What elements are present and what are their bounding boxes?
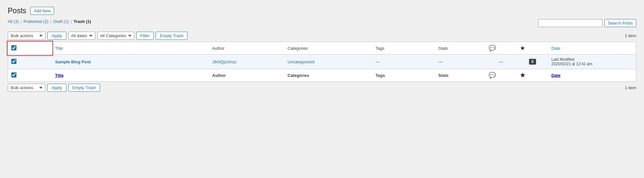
tfoot-categories: Categories [284, 69, 372, 82]
row-categories-cell: Uncategorized [284, 55, 372, 69]
row-date-value: 2020/02/21 at 12:41 am [552, 62, 633, 66]
row-star-cell: 0 [517, 55, 548, 69]
comment-column-icon: 💬 [489, 45, 496, 51]
top-items-count: 1 item [625, 33, 636, 38]
filter-all-link[interactable]: All (3) [8, 19, 19, 24]
tfoot-author: Author [209, 69, 284, 82]
bottom-tablenav: Bulk actions Edit Move to Trash Apply Em… [8, 84, 636, 92]
tfoot-comment-icon: 💬 [489, 72, 496, 79]
th-comments: 💬 [485, 42, 517, 55]
star-column-icon: ★ [520, 45, 525, 51]
top-apply-button[interactable]: Apply [47, 32, 66, 40]
row-comments-cell: — [485, 55, 517, 69]
row-tags-value: — [376, 59, 380, 64]
table-body: Sample Blog Post J6r0QpUmsz Uncategorize… [8, 55, 636, 69]
tfoot-checkbox [8, 69, 52, 82]
separator-1: | [21, 19, 22, 24]
bottom-empty-trash-button[interactable]: Empty Trash [68, 84, 100, 92]
select-all-checkbox-bottom[interactable] [11, 72, 16, 78]
row-author-cell: J6r0QpUmsz [209, 55, 284, 69]
row-author-link[interactable]: J6r0QpUmsz [212, 59, 237, 64]
top-tablenav-left: Bulk actions Edit Move to Trash Apply Al… [8, 32, 187, 40]
filter-trash-link: Trash (1) [73, 19, 91, 24]
tfoot-title: Title [52, 69, 209, 82]
th-title: Title [52, 42, 209, 55]
row-date-label: Last Modified [552, 57, 633, 62]
row-date-cell: Last Modified 2020/02/21 at 12:41 am [548, 55, 636, 69]
bottom-items-count-area: 1 item [625, 85, 636, 90]
top-bulk-actions-select[interactable]: Bulk actions Edit Move to Trash [8, 32, 45, 40]
tfoot-comments: 💬 [485, 69, 517, 82]
tfoot-date-link[interactable]: Date [552, 73, 561, 78]
table-header-row: Title Author Categories Tags Stats 💬 ★ [8, 42, 636, 55]
search-area: Search Posts [538, 19, 636, 27]
posts-table: Title Author Categories Tags Stats 💬 ★ [8, 42, 636, 82]
filter-draft-link[interactable]: Draft (1) [53, 19, 69, 24]
tfoot-title-link[interactable]: Title [55, 73, 64, 78]
row-stats-cell: — [435, 55, 485, 69]
row-comments-value: — [499, 59, 503, 64]
add-new-button[interactable]: Add New [30, 7, 54, 15]
tfoot-stats: Stats [435, 69, 485, 82]
th-author: Author [209, 42, 284, 55]
top-categories-select[interactable]: All Categories [97, 32, 134, 40]
page-title: Posts [8, 6, 26, 15]
row-checkbox[interactable] [11, 59, 16, 64]
row-category-link[interactable]: Uncategorized [288, 59, 315, 64]
bottom-apply-button[interactable]: Apply [47, 84, 66, 92]
search-input[interactable] [538, 19, 602, 27]
row-stats-value: — [438, 59, 443, 64]
th-title-link[interactable]: Title [55, 46, 63, 51]
top-dates-select[interactable]: All dates [68, 32, 95, 40]
tfoot-star-icon: ★ [520, 72, 525, 79]
table-footer-row: Title Author Categories Tags Stats 💬 ★ [8, 69, 636, 82]
filter-links: All (3) | Published (2) | Draft (1) | Tr… [8, 19, 91, 24]
bottom-tablenav-left: Bulk actions Edit Move to Trash Apply Em… [8, 84, 100, 92]
th-checkbox [8, 42, 52, 55]
select-all-checkbox-top[interactable] [11, 45, 16, 50]
row-star-badge: 0 [529, 59, 536, 65]
bottom-bulk-actions-select[interactable]: Bulk actions Edit Move to Trash [8, 84, 45, 92]
th-categories: Categories [284, 42, 372, 55]
top-bar: All (3) | Published (2) | Draft (1) | Tr… [8, 19, 636, 30]
filter-published-link[interactable]: Published (2) [24, 19, 48, 24]
tfoot-tags: Tags [372, 69, 435, 82]
separator-3: | [71, 19, 72, 24]
table-row: Sample Blog Post J6r0QpUmsz Uncategorize… [8, 55, 636, 69]
tfoot-date: Date [548, 69, 636, 82]
row-tags-cell: — [372, 55, 435, 69]
th-date: Date [548, 42, 636, 55]
search-posts-button[interactable]: Search Posts [604, 19, 636, 27]
row-title-link[interactable]: Sample Blog Post [55, 59, 91, 64]
th-stats: Stats [435, 42, 485, 55]
row-checkbox-cell [8, 55, 52, 69]
row-title-cell: Sample Blog Post [52, 55, 209, 69]
th-tags: Tags [372, 42, 435, 55]
top-filter-button[interactable]: Filter [136, 32, 154, 40]
top-tablenav-right: 1 item [625, 33, 636, 38]
th-date-link[interactable]: Date [552, 46, 560, 51]
separator-2: | [50, 19, 51, 24]
top-tablenav: Bulk actions Edit Move to Trash Apply Al… [8, 32, 636, 40]
tfoot-star: ★ [517, 69, 548, 82]
page-header: Posts Add New [8, 6, 636, 15]
top-empty-trash-button[interactable]: Empty Trash [156, 32, 187, 40]
bottom-items-count: 1 item [625, 85, 636, 90]
th-star: ★ [517, 42, 548, 55]
